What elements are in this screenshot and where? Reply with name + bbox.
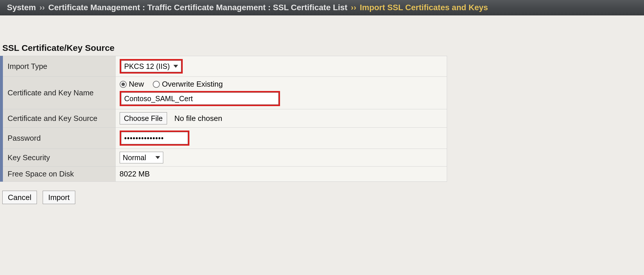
key-security-selected-value: Normal [123, 153, 146, 162]
breadcrumb-separator-icon: ›› [38, 3, 46, 12]
cert-key-name-input[interactable] [121, 92, 279, 105]
row-free-space: Free Space on Disk 8022 MB [1, 167, 447, 182]
cert-key-name-mode-radios: New Overwrite Existing [120, 80, 443, 89]
import-type-selected-value: PKCS 12 (IIS) [124, 62, 170, 71]
label-free-space: Free Space on Disk [1, 167, 115, 182]
row-key-security: Key Security Normal [1, 149, 447, 167]
radio-icon [120, 81, 127, 88]
chevron-down-icon [173, 65, 178, 68]
import-type-select[interactable]: PKCS 12 (IIS) [121, 60, 181, 72]
radio-overwrite-label: Overwrite Existing [162, 80, 223, 89]
cancel-button[interactable]: Cancel [2, 191, 37, 204]
breadcrumb-separator-icon: ›› [350, 3, 358, 12]
row-import-type: Import Type PKCS 12 (IIS) [1, 56, 447, 77]
label-import-type: Import Type [1, 56, 115, 77]
label-cert-key-source: Certificate and Key Source [1, 109, 115, 128]
breadcrumb: System ›› Certificate Management : Traff… [0, 0, 644, 15]
file-chosen-status: No file chosen [174, 114, 222, 123]
form-button-row: Cancel Import [0, 189, 644, 207]
highlight-cert-key-name [120, 91, 280, 106]
radio-new[interactable]: New [120, 80, 144, 89]
label-cert-key-name: Certificate and Key Name [1, 77, 115, 109]
import-button[interactable]: Import [43, 191, 75, 204]
section-title: SSL Certificate/Key Source [0, 15, 644, 56]
highlight-password [120, 131, 189, 146]
form-table: Import Type PKCS 12 (IIS) Certificate an… [0, 56, 447, 182]
row-password: Password [1, 128, 447, 149]
radio-new-label: New [129, 80, 144, 89]
chevron-down-icon [155, 156, 160, 159]
radio-icon [153, 81, 160, 88]
breadcrumb-path[interactable]: Certificate Management : Traffic Certifi… [48, 3, 347, 12]
free-space-value: 8022 MB [120, 169, 150, 178]
choose-file-button[interactable]: Choose File [120, 112, 167, 124]
label-password: Password [1, 128, 115, 149]
row-cert-key-source: Certificate and Key Source Choose File N… [1, 109, 447, 128]
highlight-import-type: PKCS 12 (IIS) [120, 59, 183, 74]
radio-overwrite[interactable]: Overwrite Existing [153, 80, 223, 89]
breadcrumb-current: Import SSL Certificates and Keys [360, 3, 488, 12]
label-key-security: Key Security [1, 149, 115, 167]
row-cert-key-name: Certificate and Key Name New Overwrite E… [1, 77, 447, 109]
key-security-select[interactable]: Normal [120, 152, 163, 163]
password-input[interactable] [121, 132, 188, 144]
breadcrumb-root[interactable]: System [7, 3, 36, 12]
